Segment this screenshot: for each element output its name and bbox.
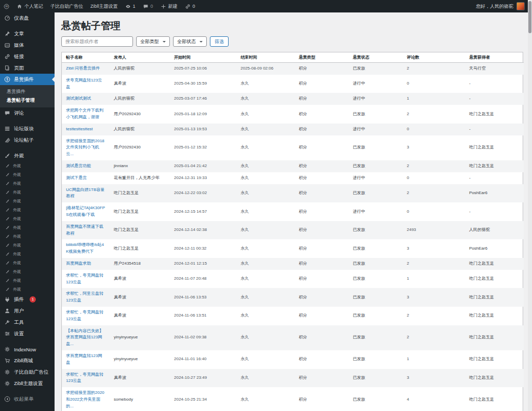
submenu-bounty-posts[interactable]: 悬赏帖子管理 [0,96,55,105]
sidebar-item-bounty-plugin[interactable]: 悬赏插件 [0,74,55,85]
sidebar-item-appearance-dup[interactable]: 外观 [0,241,55,250]
cell-3: 永久 [236,325,295,350]
status-select[interactable]: 全部状态 [173,36,207,47]
sidebar-item-appearance-dup[interactable]: 外观 [0,223,55,232]
sidebar-item-comments[interactable]: 评论 [0,107,55,119]
sidebar-item-appearance-label: 外观 [14,153,24,159]
comments-counter-label: 0 [151,4,153,9]
post-title-link[interactable]: UC网盘白嫖1TB容量教程 [66,187,104,199]
post-title-link[interactable]: 测试悬赏功能 [66,163,91,168]
cell-3: 永久 [236,160,295,172]
wp-logo[interactable] [0,0,13,12]
cell-7: 吃门之匙玉足 [465,307,524,325]
post-title-link[interactable]: 百度网盘不限速下载教程 [66,224,103,236]
sidebar-item-appearance-dup[interactable]: 外观 [0,179,55,188]
cell-3: 永久 [236,75,295,93]
post-title-link[interactable]: 测试下悬赏 [66,175,87,180]
sidebar-item-appearance-dup[interactable]: 外观 [0,170,55,179]
sidebar-item-links[interactable]: 链接 [0,51,55,62]
page-scrollbar[interactable] [528,0,532,411]
sidebar-item-appearance-dup[interactable]: 外观 [0,197,55,206]
cell-3: 永久 [236,239,295,258]
post-title-link[interactable]: 百度网盘求助 [66,261,91,266]
post-title-link[interactable]: 求帮忙，夸克网盘转123云盘 [66,273,103,284]
cell-7: 吃门之匙玉足 [465,387,524,411]
filter-button[interactable]: 筛选 [210,36,229,47]
sidebar-item-plugins[interactable]: 插件1 [0,294,55,305]
post-title-cell: 百度网盘求助 [62,258,110,270]
sidebar-item-forum-sections[interactable]: 论坛版块 [0,123,55,134]
column-header-0: 帖子名称 [62,52,110,63]
sidebar-item-posts[interactable]: 文章 [0,28,55,39]
cell-4: 积分 [295,288,349,307]
scrollbar-thumb[interactable] [528,1,531,33]
post-title-link[interactable]: 【本帖内容已失效】求百度网盘转123网盘... [66,328,103,347]
post-title-link[interactable]: 求把链接里面的2018文件夹转到小飞机云... [66,139,104,157]
cell-2: 2024-12-15 14:57 [170,202,236,221]
zibi-ads-link[interactable]: 子比自助广告位 [47,0,87,12]
sidebar-item-zibll-theme[interactable]: Zibll主题设置 [0,378,55,389]
comment-icon [143,4,149,9]
type-select[interactable]: 全部类型 [136,36,170,47]
page-title: 悬赏帖子管理 [61,19,523,33]
user-greeting[interactable]: 您好，人民的骆驼 [476,3,513,10]
post-title-link[interactable]: bilibili/哔哩哔哩/b站4K视频免费代下 [66,242,104,254]
cell-2: 2024-10-27 23:49 [170,369,236,388]
sidebar-item-forum-posts[interactable]: 论坛帖子 [0,134,55,146]
site-link[interactable]: 个人笔记 [13,0,47,12]
sidebar-item-tools[interactable]: 工具 [0,317,55,328]
sidebar-item-appearance-dup-label: 外观 [13,243,21,248]
cell-4: 积分 [295,270,349,289]
sidebar-item-appearance-dup[interactable]: 外观 [0,276,55,285]
cell-7: - [465,202,524,221]
sidebar-item-appearance-dup[interactable]: 外观 [0,214,55,223]
post-title-link[interactable]: testtesttesttest [66,127,93,131]
sidebar-item-users[interactable]: 用户 [0,305,55,317]
sidebar-item-settings[interactable]: 设置 [0,328,55,339]
views-counter[interactable]: 1 [122,0,139,12]
search-input[interactable] [61,36,133,47]
sidebar-item-appearance[interactable]: 外观 [0,150,55,161]
sidebar-item-collapse-menu[interactable]: 收起菜单 [0,393,55,405]
zibll-theme-link[interactable]: Zibll主题设置 [87,0,122,12]
sidebar-item-appearance-dup[interactable]: 外观 [0,188,55,197]
post-title-cell: 求把两个文件下载到小飞机网盘，谢谢 [62,105,110,124]
cell-1: 吃门之匙玉足 [110,202,170,221]
cell-3: 永久 [236,184,295,203]
sidebar-item-zibi-ads[interactable]: 子比自助广告位 [0,366,55,378]
sidebar-item-appearance-dup[interactable]: 外观 [0,250,55,258]
tools-icon [4,319,10,325]
comments-counter[interactable]: 0 [139,0,157,12]
post-title-link[interactable]: 求帮忙，阿里云盘转123云盘 [66,291,103,303]
sidebar-item-zibll-store[interactable]: Zibll商城 [0,355,55,366]
post-title-link[interactable]: 求把两个文件下载到小飞机网盘，谢谢 [66,108,103,119]
post-title-link[interactable]: 求帮忙，夸克网盘转123云盘 [66,372,103,383]
post-title-link[interactable]: 求夸克网盘转123云盘 [66,78,102,89]
sidebar-item-appearance-dup[interactable]: 外观 [0,258,55,267]
post-title-link[interactable]: 求百度网盘转123网盘 [66,353,102,365]
avatar[interactable] [516,2,525,10]
sidebar-item-appearance-dup-label: 外观 [13,269,21,275]
post-title-link[interactable]: Zibll 问答悬赏插件 [66,66,100,71]
sidebar-item-media[interactable]: 媒体 [0,39,55,51]
sidebar-item-pages[interactable]: 页面 [0,62,55,74]
post-title-link[interactable]: 求帮忙，夸克网盘转123云盘 [66,310,103,321]
cell-7: - [465,75,524,93]
cell-5: 已发放 [349,135,403,160]
brush-icon [5,190,10,195]
post-title-link[interactable]: 求把链接里面的2020和2022文件夹里面的... [66,390,104,408]
links-counter[interactable]: 0 [181,0,199,12]
sidebar-item-appearance-dup[interactable]: 外观 [0,285,55,294]
sidebar-item-appearance-dup[interactable]: 外观 [0,161,55,170]
sidebar-item-appearance-dup-label: 外观 [13,252,21,257]
sidebar-item-appearance-dup[interactable]: 外观 [0,206,55,214]
new-menu[interactable]: 新建 [157,0,181,12]
sidebar-item-appearance-dup[interactable]: 外观 [0,267,55,276]
sidebar-item-dashboard[interactable]: 仪表盘 [0,12,55,24]
sidebar-item-appearance-dup[interactable]: 外观 [0,232,55,241]
sidebar-item-indexnow[interactable]: IndexNow [0,344,55,355]
post-title-link[interactable]: 测试测试测试 [66,96,91,101]
sidebar-item-links-label: 链接 [14,53,24,60]
submenu-bounty-plugin[interactable]: 悬赏插件 [0,87,55,96]
post-title-link[interactable]: [格林笔记TA]4K30FPS在线观看/下载 [66,206,105,217]
